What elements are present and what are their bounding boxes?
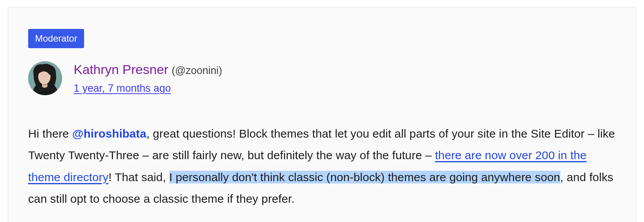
forum-post: Moderator Kathryn Presner (@zoonini) 1 y…: [8, 7, 636, 222]
avatar[interactable]: [28, 61, 62, 95]
author-row: Kathryn Presner (@zoonini) 1 year, 7 mon…: [28, 61, 616, 95]
post-timestamp-link[interactable]: 1 year, 7 months ago: [74, 82, 171, 94]
post-body: Hi there @hiroshibata, great questions! …: [28, 123, 616, 210]
highlighted-text: I personally don't think classic (non-bl…: [169, 171, 560, 183]
author-handle: (@zoonini): [172, 65, 222, 76]
body-text: Hi there: [28, 127, 72, 140]
user-mention-link[interactable]: @hiroshibata: [72, 127, 146, 140]
moderator-badge: Moderator: [28, 29, 84, 48]
author-name-link[interactable]: Kathryn Presner: [74, 62, 169, 77]
body-text: ! That said,: [108, 171, 169, 183]
